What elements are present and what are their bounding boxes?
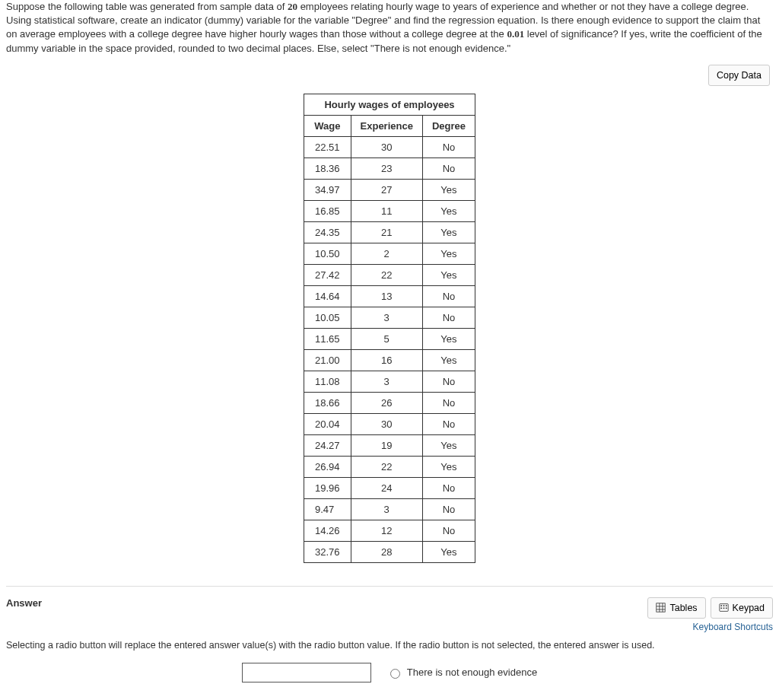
table-cell: 18.36 xyxy=(304,158,351,179)
table-cell: 34.97 xyxy=(304,179,351,200)
table-cell: No xyxy=(422,520,475,541)
table-cell: No xyxy=(422,392,475,413)
table-cell: 24 xyxy=(351,477,422,498)
tables-button[interactable]: Tables xyxy=(647,597,705,619)
table-cell: 3 xyxy=(351,307,422,328)
table-cell: 11 xyxy=(351,200,422,221)
table-cell: 14.26 xyxy=(304,520,351,541)
table-cell: 19 xyxy=(351,434,422,456)
table-cell: 32.76 xyxy=(304,541,351,562)
table-cell: 27.42 xyxy=(304,264,351,285)
table-cell: 3 xyxy=(351,498,422,520)
table-cell: 16.85 xyxy=(304,200,351,221)
table-cell: Yes xyxy=(422,328,475,349)
table-cell: No xyxy=(422,158,475,179)
keypad-icon xyxy=(719,603,729,612)
table-cell: 10.05 xyxy=(304,307,351,328)
table-cell: 20.04 xyxy=(304,413,351,434)
table-cell: 5 xyxy=(351,328,422,349)
question-text: Suppose the following table was generate… xyxy=(6,0,773,56)
table-row: 27.4222Yes xyxy=(304,264,475,285)
table-cell: 12 xyxy=(351,520,422,541)
table-cell: 26.94 xyxy=(304,456,351,477)
table-cell: No xyxy=(422,136,475,158)
table-row: 14.2612No xyxy=(304,520,475,541)
table-cell: No xyxy=(422,477,475,498)
table-caption: Hourly wages of employees xyxy=(304,94,475,115)
table-cell: Yes xyxy=(422,264,475,285)
table-row: 22.5130No xyxy=(304,136,475,158)
table-cell: 22 xyxy=(351,456,422,477)
table-row: 10.502Yes xyxy=(304,243,475,264)
table-cell: 22.51 xyxy=(304,136,351,158)
table-cell: 19.96 xyxy=(304,477,351,498)
not-enough-evidence-radio[interactable] xyxy=(390,669,400,679)
table-row: 18.3623No xyxy=(304,158,475,179)
data-table: WageExperienceDegree 22.5130No18.3623No3… xyxy=(304,115,475,563)
keyboard-shortcuts-link[interactable]: Keyboard Shortcuts xyxy=(647,622,773,632)
table-cell: Yes xyxy=(422,221,475,243)
table-cell: 28 xyxy=(351,541,422,562)
table-cell: No xyxy=(422,371,475,392)
table-cell: 13 xyxy=(351,285,422,307)
table-cell: Yes xyxy=(422,200,475,221)
table-cell: No xyxy=(422,498,475,520)
table-row: 14.6413No xyxy=(304,285,475,307)
table-row: 32.7628Yes xyxy=(304,541,475,562)
table-row: 11.655Yes xyxy=(304,328,475,349)
table-cell: 30 xyxy=(351,136,422,158)
table-row: 9.473No xyxy=(304,498,475,520)
answer-heading: Answer xyxy=(6,597,42,609)
svg-rect-7 xyxy=(723,606,724,607)
svg-rect-9 xyxy=(720,608,722,609)
table-cell: 2 xyxy=(351,243,422,264)
svg-rect-8 xyxy=(726,606,727,607)
not-enough-evidence-option[interactable]: There is not enough evidence xyxy=(386,667,537,679)
table-cell: Yes xyxy=(422,349,475,371)
table-row: 18.6626No xyxy=(304,392,475,413)
table-cell: No xyxy=(422,307,475,328)
column-header: Wage xyxy=(304,115,351,136)
table-cell: 23 xyxy=(351,158,422,179)
table-row: 16.8511Yes xyxy=(304,200,475,221)
table-cell: 10.50 xyxy=(304,243,351,264)
table-cell: 3 xyxy=(351,371,422,392)
column-header: Degree xyxy=(422,115,475,136)
table-row: 21.0016Yes xyxy=(304,349,475,371)
table-cell: 9.47 xyxy=(304,498,351,520)
table-cell: 21.00 xyxy=(304,349,351,371)
answer-hint: Selecting a radio button will replace th… xyxy=(6,640,773,651)
table-cell: 24.35 xyxy=(304,221,351,243)
table-row: 26.9422Yes xyxy=(304,456,475,477)
table-cell: No xyxy=(422,413,475,434)
table-cell: Yes xyxy=(422,541,475,562)
table-cell: 11.08 xyxy=(304,371,351,392)
table-cell: 26 xyxy=(351,392,422,413)
table-cell: Yes xyxy=(422,456,475,477)
table-cell: 18.66 xyxy=(304,392,351,413)
table-cell: 16 xyxy=(351,349,422,371)
table-cell: 27 xyxy=(351,179,422,200)
svg-rect-10 xyxy=(723,608,724,609)
svg-rect-0 xyxy=(657,603,665,612)
copy-data-button[interactable]: Copy Data xyxy=(708,65,770,86)
table-cell: No xyxy=(422,285,475,307)
table-row: 10.053No xyxy=(304,307,475,328)
table-row: 24.2719Yes xyxy=(304,434,475,456)
table-cell: 24.27 xyxy=(304,434,351,456)
svg-rect-11 xyxy=(726,608,727,609)
table-icon xyxy=(656,603,666,612)
table-cell: 14.64 xyxy=(304,285,351,307)
table-cell: Yes xyxy=(422,434,475,456)
table-cell: Yes xyxy=(422,243,475,264)
table-row: 20.0430No xyxy=(304,413,475,434)
svg-rect-6 xyxy=(720,606,722,607)
table-row: 11.083No xyxy=(304,371,475,392)
table-row: 34.9727Yes xyxy=(304,179,475,200)
table-row: 19.9624No xyxy=(304,477,475,498)
table-cell: Yes xyxy=(422,179,475,200)
table-cell: 21 xyxy=(351,221,422,243)
table-cell: 30 xyxy=(351,413,422,434)
answer-input[interactable] xyxy=(242,663,371,682)
keypad-button[interactable]: Keypad xyxy=(711,597,773,619)
